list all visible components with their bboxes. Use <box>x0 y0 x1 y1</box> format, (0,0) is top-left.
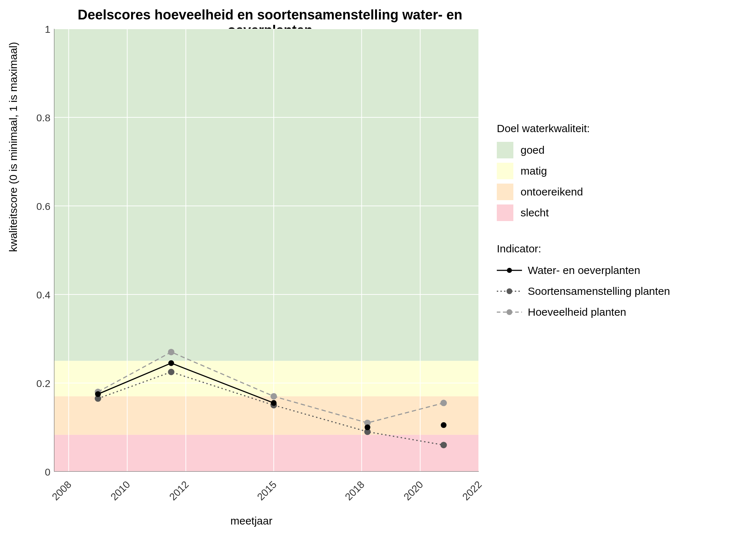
band-slecht <box>54 435 479 472</box>
legend-item-series-1: Soortensamenstelling planten <box>497 282 670 300</box>
legend-item-slecht: slecht <box>497 204 670 222</box>
svg-point-38 <box>440 442 447 448</box>
legend-item-ontoereikend: ontoereikend <box>497 183 670 201</box>
x-tick-label: 2022 <box>460 479 484 503</box>
svg-point-42 <box>365 424 370 430</box>
y-tick-label: 0.4 <box>29 289 50 301</box>
x-tick-label: 2018 <box>343 479 367 503</box>
svg-point-30 <box>168 349 175 355</box>
legend-label: matig <box>521 165 547 177</box>
plot-area <box>54 29 479 472</box>
legend-line-icon <box>497 286 522 297</box>
x-tick-label: 2020 <box>401 479 426 503</box>
legend-line-icon <box>497 265 522 276</box>
legend-item-goed: goed <box>497 141 670 159</box>
svg-point-39 <box>95 391 101 397</box>
svg-point-49 <box>507 309 512 315</box>
x-tick-label: 2010 <box>108 479 132 503</box>
y-tick-label: 0.8 <box>29 112 50 124</box>
svg-point-41 <box>271 400 276 406</box>
legend-item-series-0: Water- en oeverplanten <box>497 261 670 279</box>
x-tick-label: 2015 <box>255 479 279 503</box>
x-tick-label: 2012 <box>167 479 191 503</box>
svg-point-40 <box>168 360 174 366</box>
x-tick-label: 2008 <box>50 479 74 503</box>
legend-item-series-2: Hoeveelheid planten <box>497 303 670 321</box>
swatch-slecht <box>497 204 513 221</box>
y-axis-label: kwaliteitscore (0 is minimaal, 1 is maxi… <box>7 42 19 252</box>
legend-label: Hoeveelheid planten <box>528 306 626 318</box>
svg-point-45 <box>507 268 512 273</box>
swatch-matig <box>497 163 513 179</box>
legend-label: goed <box>521 144 545 156</box>
legend-quality-title: Doel waterkwaliteit: <box>497 122 670 135</box>
svg-point-47 <box>507 288 512 294</box>
band-ontoereikend <box>54 396 479 435</box>
legend-line-icon <box>497 307 522 318</box>
legend-label: Soortensamenstelling planten <box>528 285 670 297</box>
band-goed <box>54 29 479 361</box>
swatch-goed <box>497 142 513 158</box>
svg-point-33 <box>440 400 447 406</box>
legend-indicator-title: Indicator: <box>497 243 670 255</box>
x-axis-label: meetjaar <box>230 515 273 527</box>
legend-label: ontoereikend <box>521 186 583 198</box>
chart-container: Deelscores hoeveelheid en soortensamenst… <box>0 0 756 540</box>
y-tick-label: 1 <box>29 24 50 35</box>
y-tick-label: 0.6 <box>29 201 50 212</box>
legend-label: slecht <box>521 207 549 219</box>
legend-label: Water- en oeverplanten <box>528 264 640 276</box>
y-tick-label: 0 <box>29 467 50 478</box>
y-tick-label: 0.2 <box>29 378 50 390</box>
svg-point-43 <box>441 422 446 428</box>
legend-item-matig: matig <box>497 162 670 180</box>
legend: Doel waterkwaliteit: goed matig ontoerei… <box>497 122 670 324</box>
svg-point-31 <box>270 393 277 400</box>
swatch-ontoereikend <box>497 184 513 200</box>
svg-point-35 <box>168 369 175 375</box>
